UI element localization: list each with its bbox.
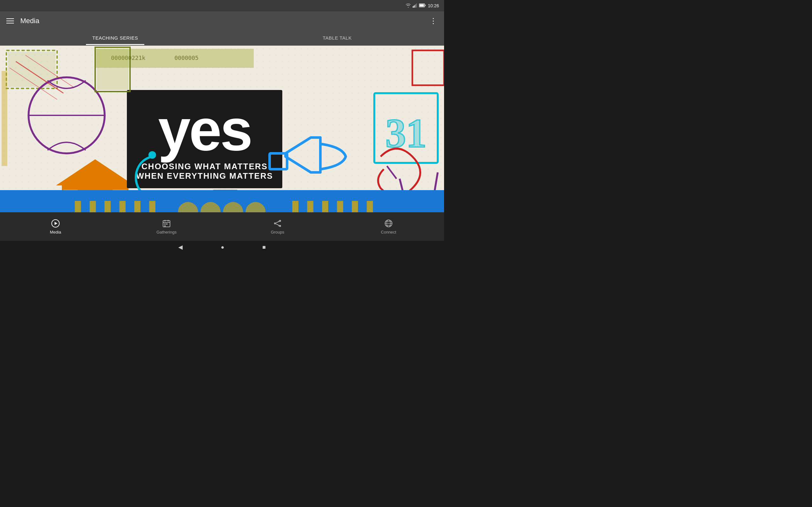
svg-rect-44 [97, 49, 129, 90]
nav-label-groups: Groups [271, 230, 285, 234]
svg-rect-54 [166, 223, 167, 225]
svg-text:CHOOSING WHAT MATTERS: CHOOSING WHAT MATTERS [142, 162, 268, 171]
nav-item-media[interactable]: Media [43, 219, 68, 234]
recent-apps-button[interactable]: ■ [262, 244, 266, 250]
nav-item-groups[interactable]: Groups [265, 219, 290, 234]
svg-text:yes: yes [158, 97, 251, 163]
app-title: Media [20, 17, 39, 25]
share-icon [273, 219, 282, 228]
svg-rect-53 [164, 223, 165, 225]
svg-rect-3 [416, 3, 417, 8]
svg-text:0000005: 0000005 [174, 55, 199, 61]
wifi-icon [406, 3, 411, 9]
nav-label-media: Media [50, 230, 61, 234]
svg-marker-48 [55, 222, 57, 225]
time-display: 10:26 [428, 3, 439, 8]
play-circle-icon [51, 219, 60, 228]
system-nav-bar: ◀ ● ■ [0, 241, 444, 253]
menu-button[interactable] [6, 18, 14, 23]
app-bar: Media ⋮ [0, 11, 444, 31]
main-content: 000000221k 0000005 yes CHOOSING WHAT MAT… [0, 46, 444, 225]
signal-icon [413, 3, 417, 9]
battery-icon [419, 3, 426, 8]
more-options-button[interactable]: ⋮ [429, 16, 438, 25]
svg-rect-6 [425, 5, 426, 6]
svg-rect-0 [413, 6, 414, 8]
svg-point-57 [279, 225, 281, 227]
svg-rect-1 [414, 5, 415, 8]
svg-rect-5 [419, 4, 424, 7]
tab-teaching-series[interactable]: Teaching Series [86, 31, 144, 45]
hero-background: 000000221k 0000005 yes CHOOSING WHAT MAT… [0, 46, 444, 225]
svg-text:WHEN EVERYTHING MATTERS: WHEN EVERYTHING MATTERS [136, 171, 273, 181]
bottom-nav: Media Gatherings [0, 212, 444, 241]
tab-bar: Teaching Series Table Talk [0, 31, 444, 46]
status-bar: 10:26 [0, 0, 444, 11]
nav-label-gatherings: Gatherings [156, 230, 177, 234]
home-button[interactable]: ● [221, 244, 224, 250]
svg-point-31 [148, 151, 156, 159]
svg-rect-55 [164, 225, 165, 227]
calendar-icon [162, 219, 171, 228]
tab-table-talk[interactable]: Table Talk [316, 31, 358, 45]
globe-icon [384, 219, 393, 228]
back-button[interactable]: ◀ [178, 244, 183, 250]
nav-item-connect[interactable]: Connect [376, 219, 401, 234]
nav-item-gatherings[interactable]: Gatherings [154, 219, 179, 234]
svg-point-58 [274, 222, 276, 224]
svg-rect-42 [2, 71, 7, 166]
svg-rect-2 [415, 4, 416, 8]
nav-label-connect: Connect [381, 230, 396, 234]
